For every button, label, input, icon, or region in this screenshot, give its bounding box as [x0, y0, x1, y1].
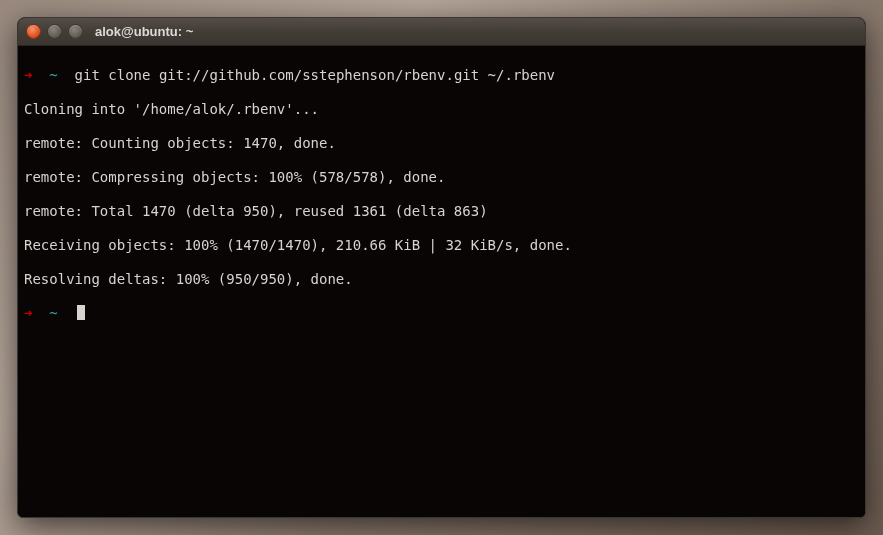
command-text: git clone git://github.com/sstephenson/r…	[75, 67, 555, 83]
window-title: alok@ubuntu: ~	[95, 24, 193, 39]
titlebar[interactable]: alok@ubuntu: ~	[18, 18, 865, 46]
maximize-button[interactable]	[68, 24, 83, 39]
cursor	[77, 305, 85, 320]
prompt-cwd: ~	[49, 305, 57, 321]
window-buttons	[26, 24, 83, 39]
output-line: Cloning into '/home/alok/.rbenv'...	[24, 101, 859, 118]
minimize-button[interactable]	[47, 24, 62, 39]
terminal-window: alok@ubuntu: ~ ➜ ~ git clone git://githu…	[17, 17, 866, 518]
output-line: remote: Compressing objects: 100% (578/5…	[24, 169, 859, 186]
prompt-arrow: ➜	[24, 305, 32, 321]
output-line: remote: Total 1470 (delta 950), reused 1…	[24, 203, 859, 220]
prompt-line-2: ➜ ~	[24, 305, 859, 322]
output-line: Receiving objects: 100% (1470/1470), 210…	[24, 237, 859, 254]
terminal-body[interactable]: ➜ ~ git clone git://github.com/sstephens…	[18, 46, 865, 517]
output-line: Resolving deltas: 100% (950/950), done.	[24, 271, 859, 288]
prompt-cwd: ~	[49, 67, 57, 83]
prompt-arrow: ➜	[24, 67, 32, 83]
prompt-line-1: ➜ ~ git clone git://github.com/sstephens…	[24, 67, 859, 84]
close-button[interactable]	[26, 24, 41, 39]
output-line: remote: Counting objects: 1470, done.	[24, 135, 859, 152]
